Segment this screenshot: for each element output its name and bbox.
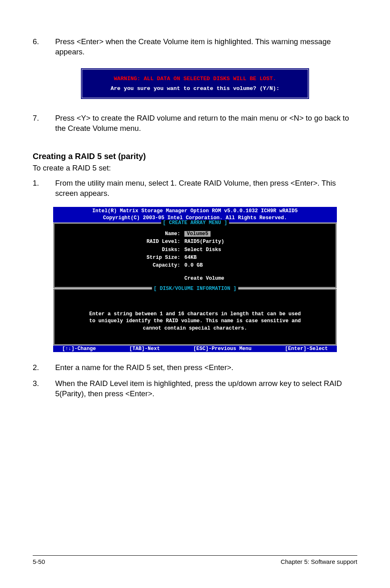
footer-key-change: [↑↓]-Change (62, 346, 96, 352)
step-number: 6. (33, 37, 55, 57)
field-label: Strip Size: (62, 254, 184, 262)
fields: Name: Volume5 RAID Level: RAID5(Parity) … (62, 230, 328, 281)
field-raid-level: RAID Level: RAID5(Parity) (62, 238, 328, 246)
chapter-label: Chapter 5: Software support (280, 558, 357, 565)
disks-value[interactable]: Select Disks (184, 246, 221, 254)
step-6: 6. Press <Enter> when the Create Volume … (33, 37, 357, 57)
step-3: 3. When the RAID Level item is highlight… (33, 379, 357, 399)
step-7: 7. Press <Y> to create the RAID volume a… (33, 113, 357, 134)
create-array-panel: [ CREATE ARRAY MENU ] Name: Volume5 RAID… (53, 222, 337, 288)
step-number: 2. (33, 363, 55, 373)
field-capacity: Capacity: 0.0 GB (62, 262, 328, 269)
warning-text: WARNING: ALL DATA ON SELECTED DISKS WILL… (90, 74, 300, 83)
name-input[interactable]: Volume5 (184, 231, 211, 237)
step-text: Enter a name for the RAID 5 set, then pr… (55, 363, 357, 373)
footer-key-prev: [ESC]-Previous Menu (193, 346, 252, 352)
step-2: 2. Enter a name for the RAID 5 set, then… (33, 363, 357, 373)
bios-screenshot: Intel(R) Matrix Storage Manager Option R… (33, 207, 357, 352)
bios-footer: [↑↓]-Change [TAB]-Next [ESC]-Previous Me… (53, 346, 337, 352)
capacity-value[interactable]: 0.0 GB (184, 262, 203, 269)
bios-header-line1: Intel(R) Matrix Storage Manager Option R… (56, 208, 334, 215)
step-number: 3. (33, 379, 55, 399)
warning-dialog-wrapper: WARNING: ALL DATA ON SELECTED DISKS WILL… (33, 68, 357, 99)
field-label: RAID Level: (62, 238, 184, 246)
footer-key-select: [Enter]-Select (285, 346, 328, 352)
info-text: Enter a string between 1 and 16 characte… (62, 311, 328, 332)
field-label: Name: (62, 230, 184, 238)
confirm-text: Are you sure you want to create this vol… (90, 84, 300, 93)
field-name: Name: Volume5 (62, 230, 328, 238)
panel-title: [ CREATE ARRAY MENU ] (161, 220, 229, 226)
step-text: Press <Enter> when the Create Volume ite… (55, 37, 357, 57)
step-number: 1. (33, 178, 55, 199)
step-text: Press <Y> to create the RAID volume and … (55, 113, 357, 134)
section-heading: Creating a RAID 5 set (parity) (33, 152, 357, 161)
field-label: Disks: (62, 246, 184, 254)
panel-title: [ DISK/VOLUME INFORMATION ] (152, 286, 238, 292)
step-1: 1. From the utility main menu, select 1.… (33, 178, 357, 199)
raid-level-value[interactable]: RAID5(Parity) (184, 238, 224, 246)
disk-volume-info-panel: [ DISK/VOLUME INFORMATION ] Enter a stri… (53, 288, 337, 346)
info-line: to uniquely identify the RAID volume. Th… (62, 318, 328, 325)
warning-dialog: WARNING: ALL DATA ON SELECTED DISKS WILL… (81, 68, 309, 99)
info-line: cannot contain special characters. (62, 325, 328, 332)
field-disks: Disks: Select Disks (62, 246, 328, 254)
create-volume-button[interactable]: Create Volume (62, 276, 328, 281)
step-text: When the RAID Level item is highlighted,… (55, 379, 357, 399)
bios-window: Intel(R) Matrix Storage Manager Option R… (53, 207, 337, 352)
page-number: 5-50 (33, 558, 45, 565)
page-footer: 5-50 Chapter 5: Software support (33, 555, 357, 565)
section-subtext: To create a RAID 5 set: (33, 164, 357, 173)
step-text: From the utility main menu, select 1. Cr… (55, 178, 357, 199)
field-label: Capacity: (62, 262, 184, 269)
footer-key-next: [TAB]-Next (129, 346, 160, 352)
info-line: Enter a string between 1 and 16 characte… (62, 311, 328, 318)
field-strip-size: Strip Size: 64KB (62, 254, 328, 262)
strip-size-value[interactable]: 64KB (184, 254, 197, 262)
step-number: 7. (33, 113, 55, 134)
